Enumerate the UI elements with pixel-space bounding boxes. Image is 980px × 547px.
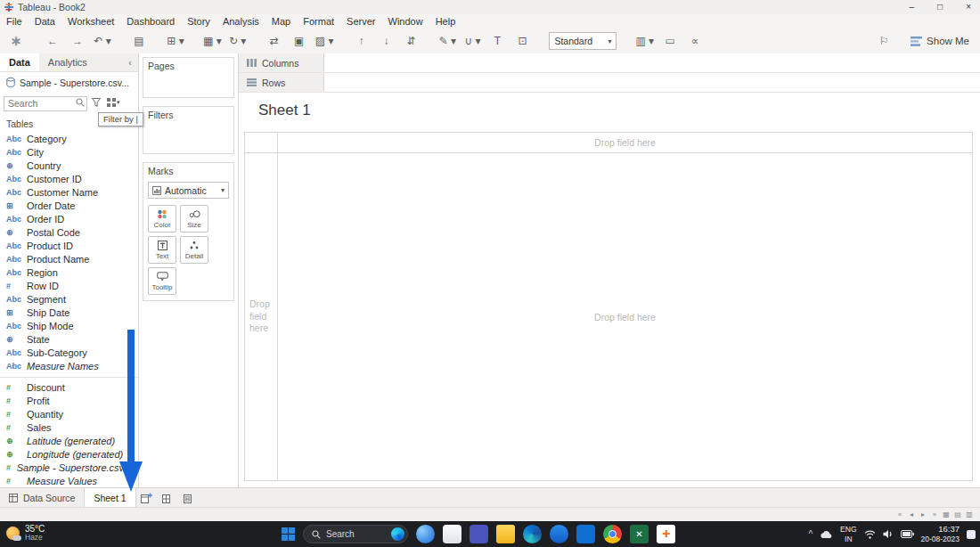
language-indicator[interactable]: ENG IN: [840, 525, 856, 543]
field-row[interactable]: Abc Product Name: [0, 253, 138, 266]
taskbar-app-icon[interactable]: [523, 525, 542, 543]
menu-item[interactable]: File: [0, 14, 29, 29]
collapse-pane-icon[interactable]: ‹: [122, 53, 138, 71]
tab-data-source[interactable]: Data Source: [0, 488, 85, 508]
close-button[interactable]: ×: [966, 0, 971, 14]
field-row[interactable]: ⊞ Ship Date: [0, 306, 138, 320]
field-row[interactable]: # Sales: [0, 421, 138, 435]
field-row[interactable]: Abc Segment: [0, 293, 138, 306]
battery-icon[interactable]: [901, 530, 914, 538]
pages-shelf[interactable]: Pages: [143, 57, 234, 98]
taskbar-search[interactable]: Search: [303, 525, 408, 543]
field-row[interactable]: Abc Measure Names: [0, 360, 138, 373]
field-row[interactable]: # Measure Values: [0, 475, 138, 488]
menu-item[interactable]: Map: [265, 14, 297, 29]
drop-zone-left[interactable]: Drop field here: [245, 152, 277, 480]
menu-item[interactable]: Analysis: [216, 14, 265, 29]
field-row[interactable]: # Row ID: [0, 280, 138, 293]
field-row[interactable]: Abc Order ID: [0, 213, 138, 226]
wifi-icon[interactable]: [864, 530, 876, 539]
minimize-button[interactable]: –: [910, 0, 915, 14]
toolbar-icon[interactable]: ⊡: [510, 29, 535, 53]
toolbar-icon[interactable]: T: [485, 29, 510, 53]
field-row[interactable]: Abc Sub-Category: [0, 347, 138, 360]
maximize-button[interactable]: □: [937, 0, 943, 14]
new-dashboard-button[interactable]: [158, 488, 179, 508]
bing-icon[interactable]: [391, 527, 404, 541]
toolbar-icon[interactable]: ↻ ▾: [225, 29, 250, 53]
columns-shelf[interactable]: Columns: [239, 53, 980, 73]
field-row[interactable]: ⊕ Postal Code: [0, 226, 138, 240]
menu-item[interactable]: Dashboard: [120, 14, 181, 29]
field-row[interactable]: # Quantity: [0, 408, 138, 421]
toolbar-icon[interactable]: ←: [40, 29, 65, 53]
fit-selector[interactable]: Standard ▾: [549, 32, 617, 50]
toolbar-icon[interactable]: →: [65, 29, 90, 53]
field-row[interactable]: Abc Customer Name: [0, 186, 138, 200]
status-icon[interactable]: ▤: [952, 509, 963, 521]
menu-item[interactable]: Format: [297, 14, 340, 29]
field-row[interactable]: ⊕ Latitude (generated): [0, 435, 138, 448]
field-row[interactable]: Abc Category: [0, 133, 138, 146]
toolbar-icon[interactable]: ↑: [348, 29, 373, 53]
size-button[interactable]: Size: [180, 205, 208, 233]
toolbar-icon[interactable]: ▣: [287, 29, 312, 53]
menu-item[interactable]: Server: [340, 14, 381, 29]
field-row[interactable]: Abc Product ID: [0, 240, 138, 253]
toolbar-icon[interactable]: ✎ ▾: [435, 29, 460, 53]
toolbar-icon[interactable]: ↶ ▾: [90, 29, 115, 53]
show-me-button[interactable]: Show Me: [911, 36, 969, 46]
columns-shelf-dropzone[interactable]: [324, 53, 980, 72]
field-row[interactable]: ⊕ Country: [0, 159, 138, 173]
start-button[interactable]: [282, 527, 295, 541]
volume-icon[interactable]: [883, 529, 894, 539]
status-icon[interactable]: «: [894, 509, 905, 521]
field-row[interactable]: Abc City: [0, 146, 138, 159]
notification-center-icon[interactable]: [967, 530, 976, 539]
onedrive-cloud-icon[interactable]: [820, 530, 833, 539]
filter-icon[interactable]: [90, 97, 102, 108]
taskbar-app-icon[interactable]: [416, 525, 435, 543]
status-icon[interactable]: ▸: [918, 509, 928, 521]
status-icon[interactable]: »: [929, 509, 940, 521]
clock-widget[interactable]: 16:37 20-08-2023: [921, 524, 960, 544]
field-row[interactable]: # Sample - Superstore.csv (...: [0, 461, 138, 475]
tab-data[interactable]: Data: [0, 53, 39, 71]
taskbar-app-icon[interactable]: [630, 525, 649, 543]
drop-zone-center[interactable]: Drop field here: [277, 152, 972, 480]
text-button[interactable]: Text: [148, 236, 176, 264]
view-options-icon[interactable]: ▾: [105, 97, 122, 108]
field-row[interactable]: ⊞ Order Date: [0, 200, 138, 213]
new-story-button[interactable]: [179, 488, 200, 508]
taskbar-app-icon[interactable]: [657, 525, 675, 543]
weather-widget[interactable]: 35°C Haze: [6, 524, 45, 543]
toolbar-icon[interactable]: ▥ ▾: [632, 29, 657, 53]
tooltip-flag-icon[interactable]: ⚐: [871, 29, 896, 53]
drop-zone-top[interactable]: Drop field here: [277, 133, 972, 152]
datasource-item[interactable]: Sample - Superstore.csv...: [0, 74, 138, 91]
filters-shelf[interactable]: Filters: [143, 106, 234, 154]
search-input[interactable]: [4, 96, 87, 111]
menu-item[interactable]: Data: [29, 14, 61, 29]
hidden-icons-chevron[interactable]: ^: [808, 529, 813, 539]
field-row[interactable]: # Profit: [0, 395, 138, 408]
taskbar-app-icon[interactable]: [576, 525, 595, 543]
field-row[interactable]: ⊕ State: [0, 333, 138, 347]
toolbar-icon[interactable]: ▦ ▾: [200, 29, 225, 53]
taskbar-app-icon[interactable]: [603, 525, 622, 543]
status-icon[interactable]: ▥: [964, 509, 975, 521]
tab-sheet1[interactable]: Sheet 1: [85, 488, 135, 508]
field-row[interactable]: Abc Customer ID: [0, 173, 138, 186]
color-button[interactable]: Color: [148, 205, 176, 233]
detail-button[interactable]: Detail: [180, 236, 208, 264]
status-icon[interactable]: ◂: [906, 509, 917, 521]
toolbar-icon[interactable]: ↓: [373, 29, 398, 53]
menu-item[interactable]: Help: [429, 14, 462, 29]
mark-type-selector[interactable]: Automatic ▾: [148, 182, 229, 199]
field-row[interactable]: # Discount: [0, 381, 138, 395]
toolbar-icon[interactable]: ⇄: [262, 29, 287, 53]
menu-item[interactable]: Worksheet: [61, 14, 120, 29]
menu-item[interactable]: Window: [382, 14, 429, 29]
toolbar-icon[interactable]: ▨ ▾: [312, 29, 338, 53]
taskbar-app-icon[interactable]: [550, 525, 568, 543]
